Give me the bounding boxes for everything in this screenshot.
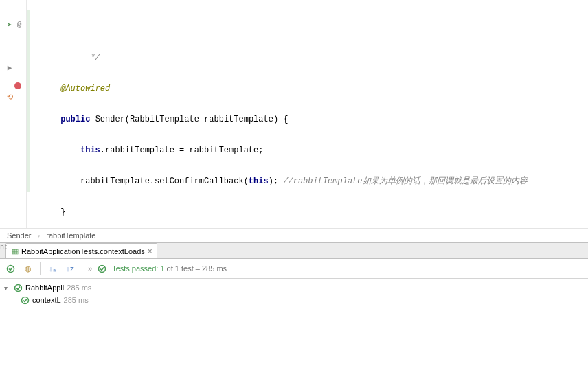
run-gutter-icon-2[interactable]: ▶: [4, 63, 15, 74]
tree-label: contextL: [32, 296, 61, 304]
label-left: n:: [0, 244, 10, 255]
run-tab-label: RabbitApplicationTests.contextLoads: [21, 247, 145, 255]
recursive-icon: ⟲: [4, 93, 15, 104]
tree-time: 285 ms: [67, 284, 91, 292]
ok-icon: [21, 296, 30, 305]
close-icon[interactable]: ×: [148, 246, 152, 256]
svg-point-0: [14, 82, 21, 89]
tree-label: RabbitAppli: [25, 284, 64, 292]
ctor-name: Sender: [95, 115, 125, 124]
test-tree[interactable]: ▾ RabbitAppli 285 ms contextL 285 ms: [0, 279, 588, 309]
code-text: */: [71, 53, 100, 62]
svg-point-4: [22, 297, 29, 303]
tree-time: 285 ms: [64, 296, 89, 304]
editor-gutter: ➤ @ ▶ ⟲ n:: [0, 0, 27, 228]
sort-button-2[interactable]: ↓ᴢ: [64, 262, 76, 275]
chevron-right-icon: ›: [38, 231, 41, 240]
code-text: .rabbitTemplate = rabbitTemplate;: [100, 146, 264, 155]
keyword: this: [80, 146, 100, 155]
status-arrow: »: [88, 264, 92, 273]
tree-row-child[interactable]: contextL 285 ms: [0, 294, 588, 306]
keyword: this: [249, 176, 269, 186]
annotation-autowired: @Autowired: [60, 84, 110, 93]
svg-point-1: [7, 265, 14, 272]
chevron-down-icon[interactable]: ▾: [4, 284, 11, 292]
sort-button[interactable]: ↓ₐ: [46, 262, 58, 275]
svg-point-3: [15, 284, 22, 291]
run-toolbar: ◍ ↓ₐ ↓ᴢ » Tests passed: 1 of 1 test – 28…: [0, 259, 588, 279]
svg-point-2: [99, 265, 106, 272]
run-panel: ▦ RabbitApplicationTests.contextLoads × …: [0, 242, 588, 309]
breakpoint-icon[interactable]: [12, 82, 23, 93]
editor-pane: ➤ @ ▶ ⟲ n: */ @Autowired public Sender(R…: [0, 0, 588, 228]
code-text: }: [60, 207, 65, 217]
divider: [40, 262, 41, 275]
breadcrumb-item[interactable]: rabbitTemplate: [46, 231, 95, 240]
tree-row-root[interactable]: ▾ RabbitAppli 285 ms: [0, 281, 588, 294]
autowired-gutter-icon[interactable]: @: [14, 21, 25, 32]
code-text: );: [269, 176, 284, 186]
breadcrumb-item[interactable]: Sender: [7, 231, 31, 240]
tests-status: Tests passed: 1 of 1 test – 285 ms: [112, 264, 227, 273]
ok-icon: [98, 264, 106, 273]
show-passed-button[interactable]: [4, 262, 16, 275]
run-tab[interactable]: ▦ RabbitApplicationTests.contextLoads ×: [5, 243, 157, 258]
run-tabs: ▦ RabbitApplicationTests.contextLoads ×: [0, 243, 588, 259]
ok-icon: [14, 284, 23, 292]
comment: //rabbitTemplate如果为单例的话，那回调就是最后设置的内容: [283, 176, 527, 186]
keyword: public: [60, 115, 90, 124]
test-file-icon: ▦: [12, 246, 19, 255]
code-text: rabbitTemplate.setConfirmCallback(: [80, 176, 249, 186]
divider: [82, 262, 82, 275]
show-ignored-button[interactable]: ◍: [22, 262, 34, 275]
breadcrumb[interactable]: Sender › rabbitTemplate: [0, 228, 588, 242]
code-area[interactable]: */ @Autowired public Sender(RabbitTempla…: [27, 0, 588, 228]
code-text: (RabbitTemplate rabbitTemplate) {: [125, 115, 289, 124]
